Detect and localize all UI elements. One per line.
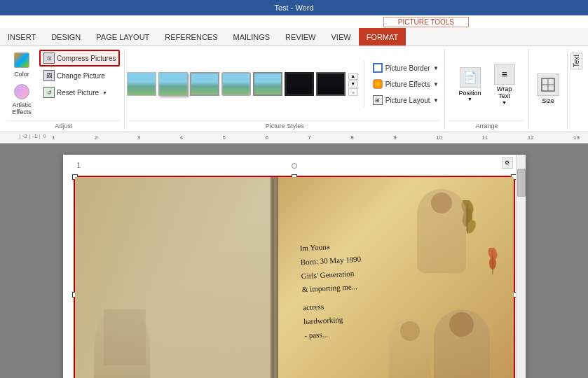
tab-view[interactable]: VIEW <box>324 28 359 46</box>
styles-scroll-down[interactable]: ▼ <box>348 80 358 88</box>
adjust-group: Color ArtisticEffects ⊡ Compress Picture… <box>3 48 125 130</box>
tab-page-layout[interactable]: PAGE LAYOUT <box>88 28 157 46</box>
book-left-page <box>75 177 273 378</box>
picture-style-1[interactable] <box>127 72 156 96</box>
flower-decor-2 <box>484 248 502 276</box>
picture-style-3[interactable] <box>190 72 219 96</box>
tab-format[interactable]: FORMAT <box>359 28 406 46</box>
vertical-scrollbar[interactable] <box>516 155 526 378</box>
page-number: 1 <box>77 162 81 169</box>
picture-effects-label: Picture Effects <box>385 80 430 88</box>
styles-scroll-up[interactable]: ▲ <box>348 73 358 80</box>
text-wrap-group: Size <box>529 48 568 130</box>
compress-label: Compress Pictures <box>57 55 116 62</box>
wrap-text-arrow: ▼ <box>502 100 507 105</box>
reset-dropdown-icon: ▼ <box>102 90 107 95</box>
picture-layout-icon: ⊞ <box>373 95 383 105</box>
wrap-text-icon: ≡ <box>494 64 515 85</box>
reset-icon: ↺ <box>43 87 55 98</box>
picture-border-label: Picture Border <box>385 64 430 72</box>
tab-mailings[interactable]: MAILINGS <box>226 28 278 46</box>
ruler: -2 -1 0 1 2 3 4 5 6 7 8 9 10 11 12 13 <box>0 132 588 144</box>
position-arrow: ▼ <box>467 97 472 102</box>
artistic-label: ArtisticEffects <box>12 102 31 116</box>
tab-bar: INSERT DESIGN PAGE LAYOUT REFERENCES MAI… <box>0 28 588 46</box>
reset-label: Reset Picture <box>57 89 99 97</box>
picture-tools-label: PICTURE TOOLS <box>383 17 469 27</box>
handle-rotate[interactable] <box>292 163 297 169</box>
artistic-effects-button[interactable]: ArtisticEffects <box>7 81 36 119</box>
color-label: Color <box>14 71 29 78</box>
change-label: Change Picture <box>57 72 105 80</box>
tab-design[interactable]: DESIGN <box>43 28 88 46</box>
wrap-text-button[interactable]: ≡ WrapText ▼ <box>489 61 520 108</box>
size-icon <box>537 74 559 96</box>
book-right-page: Im Yoona Born: 30 May 1990 Girls' Genera… <box>278 177 513 378</box>
image-content: Im Yoona Born: 30 May 1990 Girls' Genera… <box>75 177 514 378</box>
size-label: Size <box>542 97 554 104</box>
window-title: Test - Word <box>6 4 582 12</box>
reset-picture-button[interactable]: ↺ Reset Picture ▼ <box>39 85 111 100</box>
arrange-group: 📄 Position ▼ ≡ WrapText ▼ Arrange <box>445 48 529 130</box>
text-label-area: Text <box>568 48 585 130</box>
compress-icon: ⊡ <box>43 52 55 64</box>
styles-more[interactable]: ⬦ <box>348 88 358 96</box>
text-vertical-label: Text <box>570 52 582 69</box>
handwriting-text: Im Yoona Born: 30 May 1990 Girls' Genera… <box>300 239 364 343</box>
color-button[interactable]: Color <box>7 50 36 80</box>
picture-layout-label: Picture Layout <box>385 97 430 104</box>
picture-effects-icon <box>373 79 383 89</box>
ribbon: Color ArtisticEffects ⊡ Compress Picture… <box>0 46 588 132</box>
position-label: Position <box>458 90 481 97</box>
adjust-group-label: Adjust <box>7 120 120 130</box>
compress-pictures-button[interactable]: ⊡ Compress Pictures <box>39 50 120 66</box>
page: 1 <box>63 155 526 378</box>
picture-style-5[interactable] <box>253 72 282 96</box>
document-area: 1 <box>0 144 588 378</box>
arrange-group-label: Arrange <box>449 120 524 130</box>
change-icon: 🖼 <box>43 70 55 81</box>
picture-border-button[interactable]: Picture Border ▼ <box>369 61 443 75</box>
person-2 <box>434 309 490 378</box>
tab-review[interactable]: REVIEW <box>278 28 323 46</box>
position-icon: 📄 <box>460 67 481 88</box>
picture-style-4[interactable] <box>221 72 251 96</box>
layout-options-icon[interactable]: ⚙ <box>502 158 513 169</box>
picture-effects-button[interactable]: Picture Effects ▼ <box>369 77 443 91</box>
picture-tools-context: PICTURE TOOLS <box>0 15 588 28</box>
picture-styles-group-label: Picture Styles <box>129 120 440 130</box>
position-button[interactable]: 📄 Position ▼ <box>453 64 486 104</box>
tab-references[interactable]: REFERENCES <box>157 28 225 46</box>
color-icon <box>14 52 29 68</box>
title-bar: Test - Word <box>0 0 588 15</box>
picture-border-icon <box>373 63 383 73</box>
picture-style-2[interactable] <box>158 72 188 96</box>
tab-insert[interactable]: INSERT <box>0 28 43 46</box>
picture-effects-arrow: ▼ <box>433 81 439 88</box>
selected-image-wrapper[interactable]: Im Yoona Born: 30 May 1990 Girls' Genera… <box>74 176 515 378</box>
wrap-text-label: WrapText <box>497 86 512 100</box>
person-1 <box>417 189 466 273</box>
picture-layout-button[interactable]: ⊞ Picture Layout ▼ <box>369 93 443 107</box>
scrollbar-thumb[interactable] <box>517 169 526 197</box>
book-spine <box>273 177 278 378</box>
picture-style-6[interactable] <box>285 72 314 96</box>
picture-border-arrow: ▼ <box>433 65 439 71</box>
change-picture-button[interactable]: 🖼 Change Picture <box>39 68 109 83</box>
picture-layout-arrow: ▼ <box>433 97 439 104</box>
picture-styles-group: ▲ ▼ ⬦ Picture Border ▼ Picture Effects ▼ <box>125 48 445 130</box>
person-3 <box>389 318 431 378</box>
art-icon <box>14 84 29 99</box>
picture-style-7[interactable] <box>316 72 346 96</box>
